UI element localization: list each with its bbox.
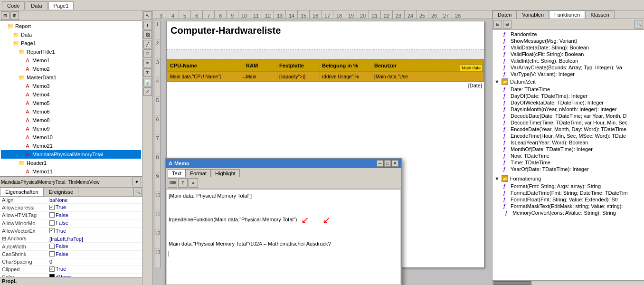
func-item-vartype[interactable]: ƒ VarType(V: Variant): Integer	[493, 71, 643, 77]
props-search-btn[interactable]: 🔍	[133, 188, 142, 196]
tree-item-data[interactable]: 📁 Data	[1, 30, 141, 39]
tree-item-memo5[interactable]: A Memo5	[1, 99, 141, 107]
func-item-encodetime[interactable]: ƒ EncodeTime(Hour, Min, Sec, MSec: Word)…	[493, 133, 643, 139]
func-item-dayofweek[interactable]: ƒ DayOfWeek(aDate: TDateTime): Integer	[493, 99, 643, 106]
func-item-dayof[interactable]: ƒ DayOf(Date: TDateTime): Integer	[493, 93, 643, 99]
line-tool-btn[interactable]: ╱	[143, 40, 152, 48]
func-group-datum-header[interactable]: ▼ 📁 Datum/Zeit	[493, 77, 643, 86]
tab-daten[interactable]: Daten	[492, 10, 517, 19]
tree-item-reporttitle1[interactable]: 📁 ReportTitle1	[1, 48, 141, 56]
func-item-randomize[interactable]: ƒ Randomize	[493, 31, 643, 38]
tree-item-report[interactable]: 📁 Report	[1, 22, 141, 30]
maximize-button[interactable]: □	[384, 160, 391, 167]
func-item-date[interactable]: ƒ Date: TDateTime	[493, 86, 643, 93]
check-icon[interactable]	[49, 251, 55, 256]
func-item-now[interactable]: ƒ Now: TDateTime	[493, 152, 643, 159]
tree-item-memo6[interactable]: A Memo6	[1, 107, 141, 116]
tab-data[interactable]: Data	[26, 1, 47, 10]
prop-value[interactable]: baNone	[47, 197, 142, 204]
right-toolbar-btn-1[interactable]: ⊟	[493, 20, 502, 28]
func-item-formatfloat[interactable]: ƒ FormatFloat(Fmt: String; Value: Extend…	[493, 196, 643, 203]
func-item-isleapyear[interactable]: ƒ IsLeapYear(Year: Word): Boolean	[493, 139, 643, 146]
dialog-title-bar[interactable]: A Memo ─ □ ✕	[166, 159, 401, 168]
minimize-button[interactable]: ─	[377, 160, 383, 167]
tree-item-memo21[interactable]: A Memo21	[1, 142, 141, 150]
tab-klassen[interactable]: Klassen	[585, 10, 614, 19]
collapse-all-btn[interactable]: ⊟	[1, 11, 9, 20]
tree-item-memo4[interactable]: A Memo4	[1, 90, 141, 99]
picture-tool-btn[interactable]: 🖼	[143, 30, 152, 39]
sigma-tool-btn[interactable]: Σ	[143, 68, 152, 77]
tree-item-memo9[interactable]: A Memo9	[1, 124, 141, 133]
chart-tool-btn[interactable]: 📊	[143, 78, 152, 86]
prop-value[interactable]: [fraLeft,fraTop]	[47, 235, 142, 243]
tab-code[interactable]: Code	[2, 1, 25, 10]
func-item-time[interactable]: ƒ Time: TDateTime	[493, 159, 643, 166]
tree-item-memo3[interactable]: A Memo3	[1, 82, 141, 90]
check-icon[interactable]	[49, 244, 55, 249]
right-toolbar-btn-2[interactable]: ⊞	[503, 20, 511, 28]
tab-ereignisse[interactable]: Ereignisse	[44, 188, 78, 196]
func-item-validdate[interactable]: ƒ ValidDate(aDate: String): Boolean	[493, 44, 643, 51]
tree-item-memo8[interactable]: A Memo8	[1, 116, 141, 124]
tree-item-memo1[interactable]: A Memo1	[1, 56, 141, 65]
func-group-formatierung: ▼ 📁 Formatierung ƒ Format(Fmt: String; A…	[493, 174, 643, 216]
func-group-formatierung-header[interactable]: ▼ 📁 Formatierung	[493, 174, 643, 183]
check-icon[interactable]	[49, 220, 55, 226]
func-item-monthof[interactable]: ƒ MonthOf(Date: TDateTime): Integer	[493, 146, 643, 152]
func-item-validfloat[interactable]: ƒ ValidFloat(cFlt: String): Boolean	[493, 51, 643, 57]
tab-variablen[interactable]: Variablen	[517, 10, 549, 19]
func-item-formatmasktext[interactable]: ƒ FormatMaskText(EditMask: string; Value…	[493, 203, 643, 209]
prop-value: False	[47, 219, 142, 228]
dialog-tab-text[interactable]: Text	[168, 169, 186, 177]
func-item-formatdatetime[interactable]: ƒ FormatDateTime(Fmt: String; DateTime: …	[493, 190, 643, 196]
close-button[interactable]: ✕	[392, 160, 398, 167]
right-scrollbar[interactable]	[492, 280, 644, 285]
tree-item-memo2[interactable]: A Memo2	[1, 65, 141, 73]
prop-value[interactable]: 0	[47, 258, 142, 266]
func-item-showmessage[interactable]: ƒ ShowMessage(Msg: Variant)	[493, 38, 643, 44]
dialog-content[interactable]: [Main data."Physical Memory Total"] Irge…	[167, 190, 400, 284]
tree-item-memo11[interactable]: A Memo11	[1, 167, 141, 176]
dialog-tab-highlight[interactable]: Highlight	[211, 169, 240, 177]
check-icon[interactable]	[49, 205, 55, 210]
tab-eigenschaften[interactable]: Eigenschaften	[0, 188, 44, 196]
header-col-cpu: CPU-Name	[168, 62, 244, 69]
func-item-encodedate[interactable]: ƒ EncodeDate(Year, Month, Day: Word): TD…	[493, 126, 643, 133]
rect-tool-btn[interactable]: □	[143, 49, 152, 58]
func-item-decodedate[interactable]: ƒ DecodeDate(Date: TDateTime; var Year, …	[493, 113, 643, 119]
right-search-btn[interactable]: 🔍	[635, 20, 643, 28]
func-item-memoryconvert[interactable]: ƒ MemoryConvert(const AValue: String): S…	[493, 209, 643, 216]
tree-item-header1[interactable]: 📁 Header1	[1, 159, 141, 167]
tree-label: Memo21	[32, 143, 53, 149]
check-icon[interactable]	[49, 266, 55, 272]
func-item-vararraycreate[interactable]: ƒ VarArrayCreate(Bounds: Array; Typ: Int…	[493, 64, 643, 71]
band-data[interactable]: Main data."CPU Name"] Main [capacity">)]…	[167, 72, 484, 82]
func-item-format[interactable]: ƒ Format(Fmt: String; Args: array): Stri…	[493, 183, 643, 190]
tree-item-maindata-physical[interactable]: → A MaindataPhysicalMemoryTotal	[1, 150, 141, 159]
selector-dropdown-btn[interactable]: ▼	[133, 178, 141, 186]
tree-item-memo10[interactable]: A Memo10	[1, 133, 141, 142]
func-item-daysinmonth[interactable]: ƒ DaysInMonth(nYear, nMonth: Integer): I…	[493, 106, 643, 113]
tree-item-page1[interactable]: 📁 Page1	[1, 39, 141, 48]
dialog-tool-btn-sigma[interactable]: Σ	[178, 178, 188, 188]
band-tool-btn[interactable]: ≡	[143, 59, 152, 67]
scrollbar-thumb[interactable]	[493, 281, 531, 285]
dialog-tool-btn-3[interactable]: ≡	[189, 178, 198, 188]
cursor-tool-btn[interactable]: ↖	[143, 11, 152, 20]
tab-page1[interactable]: Page1	[48, 1, 74, 10]
check-icon[interactable]	[49, 212, 55, 218]
dialog-tool-btn-1[interactable]: ⌨	[168, 178, 177, 188]
func-item-decodetime[interactable]: ƒ DecodeTime(Time: TDateTime; var Hour, …	[493, 119, 643, 126]
func-icon: ƒ	[503, 167, 509, 172]
check-tool-btn[interactable]: ✓	[143, 87, 152, 96]
check-icon[interactable]	[49, 228, 55, 233]
func-item-validint[interactable]: ƒ ValidInt(cInt: String): Boolean	[493, 57, 643, 64]
dialog-tab-format[interactable]: Format	[186, 169, 211, 177]
expand-all-btn[interactable]: ⊞	[10, 11, 19, 20]
left-panel: ⊟ ⊞ 📁 Report 📁 Data 📁 Page1 📁 ReportTitl…	[0, 10, 142, 285]
func-item-yearof[interactable]: ƒ YearOf(Date: TDateTime): Integer	[493, 166, 643, 172]
tree-item-masterdata1[interactable]: 📁 MasterData1	[1, 73, 141, 82]
tab-funktionen[interactable]: Funktionen	[549, 10, 585, 19]
text-tool-btn[interactable]: T	[143, 21, 152, 29]
